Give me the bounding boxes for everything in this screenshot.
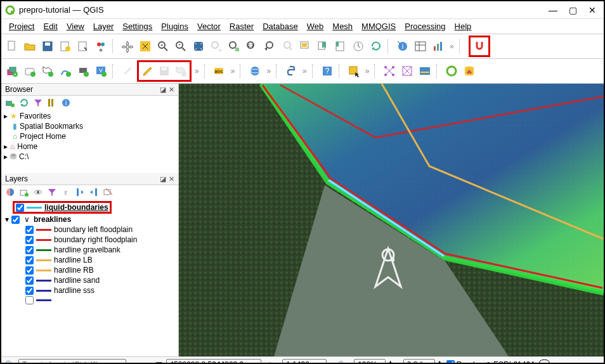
lock-icon[interactable]: 🔒 [336, 360, 346, 365]
crs-label[interactable]: ESRI:31494 [493, 360, 535, 365]
coordinate-field[interactable] [166, 359, 261, 365]
add-feature-button[interactable] [172, 63, 189, 79]
layout-manager-button[interactable] [75, 38, 91, 55]
layer-checkbox[interactable] [25, 276, 34, 285]
scale-dropdown-icon[interactable]: ▾ [329, 360, 332, 365]
menu-mesh[interactable]: Mesh [332, 22, 353, 31]
layer-checkbox[interactable] [25, 236, 34, 244]
browser-item-drive[interactable]: C:\ [19, 152, 29, 161]
layer-checkbox[interactable] [25, 256, 34, 264]
toolbar-overflow-5-icon[interactable]: » [301, 67, 309, 75]
select-features-button[interactable] [346, 63, 362, 79]
toolbar-overflow-icon[interactable]: » [448, 42, 456, 51]
zoom-next-button[interactable] [279, 38, 296, 55]
layer-checkbox[interactable] [25, 226, 34, 234]
render-checkbox[interactable] [446, 360, 455, 364]
layer-item[interactable]: hardline sss [54, 286, 94, 295]
new-shapefile-layer-button[interactable] [39, 63, 56, 79]
show-bookmarks-button[interactable] [332, 38, 349, 55]
statistics-button[interactable] [430, 38, 446, 55]
panel-close-icon[interactable]: ✕ [169, 86, 174, 94]
browser-item-favorites[interactable]: Favorites [20, 112, 51, 120]
menu-view[interactable]: View [67, 22, 84, 31]
add-group-icon[interactable] [19, 187, 29, 197]
map-canvas[interactable] [179, 84, 604, 356]
rotation-field[interactable] [403, 359, 435, 365]
toggle-editing-button[interactable] [140, 63, 156, 79]
current-edits-button[interactable] [119, 63, 136, 79]
open-project-button[interactable] [22, 38, 38, 55]
zoom-out-button[interactable]: - [172, 38, 189, 55]
maximize-button[interactable]: ▢ [569, 5, 577, 15]
menu-database[interactable]: Database [263, 22, 298, 31]
collapse-icon[interactable] [47, 98, 57, 108]
menu-project[interactable]: Project [9, 22, 34, 31]
zoom-in-button[interactable]: + [155, 38, 171, 55]
layer-item[interactable]: hardline LB [54, 256, 93, 264]
plugin-qgis-button[interactable] [443, 63, 460, 79]
layer-checkbox[interactable] [25, 287, 34, 295]
menu-vector[interactable]: Vector [197, 22, 221, 31]
new-print-layout-button[interactable] [57, 38, 74, 55]
identify-button[interactable]: i [394, 38, 411, 55]
filter-icon[interactable] [33, 98, 43, 108]
metasearch-button[interactable] [247, 63, 263, 79]
browser-tree[interactable]: ▸★Favorites ▮Spatial Bookmarks ⌂Project … [1, 110, 178, 173]
menu-layer[interactable]: Layer [93, 22, 114, 31]
browser-item-bookmarks[interactable]: Spatial Bookmarks [20, 122, 83, 131]
style-manager-button[interactable]: a [93, 38, 109, 55]
zoom-last-button[interactable] [261, 38, 278, 55]
new-spatialite-button[interactable] [57, 63, 74, 79]
browser-item-home[interactable]: Home [17, 142, 37, 151]
label-toolbar-button[interactable]: abc [211, 63, 228, 79]
new-bookmark-button[interactable] [315, 38, 331, 55]
layer-checkbox[interactable] [11, 216, 20, 224]
new-project-button[interactable] [4, 38, 20, 55]
python-console-button[interactable] [283, 63, 299, 79]
refresh-button[interactable] [368, 38, 384, 55]
mesh-tool1-button[interactable] [381, 63, 398, 79]
pan-button[interactable] [119, 38, 136, 55]
properties-icon[interactable]: i [61, 98, 71, 108]
visibility-icon[interactable] [33, 187, 43, 197]
minimize-button[interactable]: — [549, 5, 557, 15]
layer-checkbox[interactable] [16, 204, 24, 212]
new-virtual-button[interactable]: V [93, 63, 109, 79]
browser-item-project-home[interactable]: Project Home [20, 132, 66, 141]
scale-field[interactable] [282, 359, 327, 365]
toolbar-overflow-6-icon[interactable]: » [363, 67, 372, 75]
mesh-tool2-button[interactable] [399, 63, 415, 79]
zoom-native-button[interactable]: 1:1 [244, 38, 260, 55]
zoom-selection-button[interactable] [208, 38, 224, 55]
menu-web[interactable]: Web [307, 22, 324, 31]
toolbar-overflow-2-icon[interactable]: » [193, 67, 201, 75]
panel-undock-icon[interactable]: ◪ [160, 86, 166, 94]
stepper-icon[interactable]: ▲▼ [387, 360, 393, 365]
menu-edit[interactable]: Edit [43, 22, 57, 31]
log-icon[interactable]: ▤ [155, 360, 162, 365]
menu-raster[interactable]: Raster [230, 22, 254, 31]
new-memory-button[interactable] [75, 63, 91, 79]
temporal-button[interactable] [350, 38, 367, 55]
filter-legend-icon[interactable] [47, 187, 57, 197]
toolbar-overflow-4-icon[interactable]: » [264, 67, 273, 75]
layer-group-breaklines[interactable]: breaklines [34, 215, 71, 224]
zoom-full-button[interactable] [190, 38, 207, 55]
remove-icon[interactable] [103, 187, 113, 197]
refresh-icon[interactable] [19, 98, 29, 108]
new-geopackage-button[interactable] [22, 63, 38, 79]
attribute-table-button[interactable] [412, 38, 429, 55]
expression-icon[interactable]: ε [61, 187, 71, 197]
layer-item[interactable]: hardline RB [54, 266, 94, 275]
layer-item[interactable]: hardline gravelbank [54, 245, 120, 254]
help-button[interactable]: ? [319, 63, 335, 79]
expand-icon[interactable] [75, 187, 85, 197]
extents-icon[interactable]: ⤢ [265, 360, 273, 365]
menu-settings[interactable]: Settings [122, 22, 152, 31]
new-map-view-button[interactable] [297, 38, 313, 55]
panel-close-icon[interactable]: ✕ [169, 175, 174, 183]
toolbar-overflow-3-icon[interactable]: » [229, 67, 237, 75]
locator-input[interactable] [18, 359, 126, 365]
stepper-icon[interactable]: ▲▼ [437, 360, 443, 365]
menu-help[interactable]: Help [455, 22, 472, 31]
